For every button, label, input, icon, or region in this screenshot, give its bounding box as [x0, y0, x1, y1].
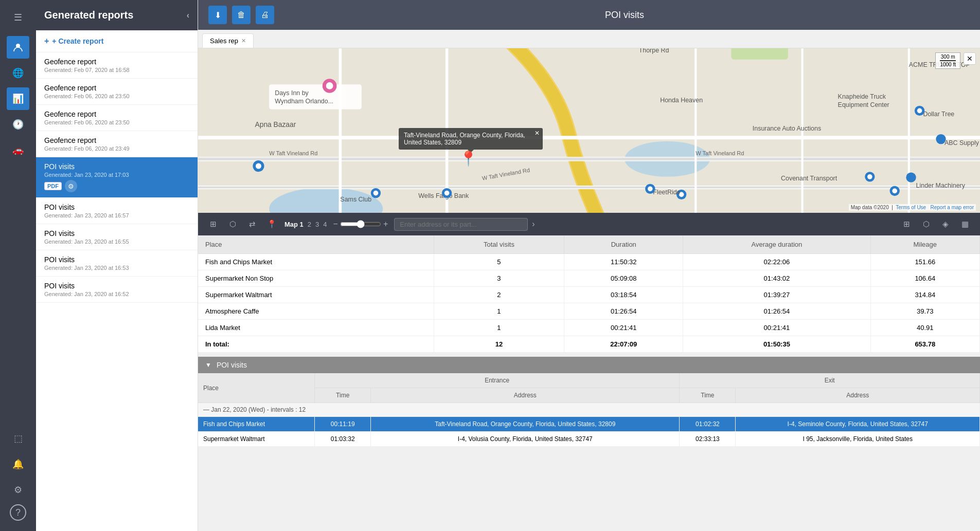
cell-avg-duration: 01:50:35	[683, 336, 870, 353]
cell-duration: 03:18:54	[564, 287, 683, 303]
delete-button[interactable]: 🗑	[232, 6, 251, 24]
detail-sub-header-row: Time Address Time Address	[198, 388, 980, 403]
map-toolbar: ⊞ ⬡ ⇄ 📍 Map 1 2 3 4 − + › ⊞ ⬡ ◈ ▦	[198, 213, 980, 235]
map-tool-share[interactable]: ⇄	[243, 215, 261, 233]
table-row: Fish and Chips Market 5 11:50:32 02:22:0…	[198, 254, 980, 270]
nav-icon-chart[interactable]: 📊	[7, 87, 29, 110]
detail-col-entrance: Entrance	[315, 373, 680, 388]
summary-table: Place Total visits Duration Average dura…	[198, 235, 980, 353]
zoom-in-icon[interactable]: +	[383, 219, 388, 229]
detail-exit-address: I-4, Seminole County, Florida, United St…	[736, 417, 980, 432]
map-page-2[interactable]: 2	[308, 221, 311, 228]
delete-icon: 🗑	[237, 10, 245, 20]
nav-icon-help[interactable]: ?	[10, 504, 26, 521]
cell-avg-duration: 01:39:27	[683, 287, 870, 303]
svg-text:W Taft Vineland Rd: W Taft Vineland Rd	[269, 150, 317, 156]
cell-total-visits: 1	[434, 320, 564, 336]
col-duration: Duration	[564, 235, 683, 254]
report-list-item[interactable]: Geofence reportGenerated: Feb 06, 2020 a…	[36, 105, 198, 131]
report-date: Generated: Jan 23, 2020 at 17:03	[44, 172, 189, 178]
nav-icon-menu[interactable]: ☰	[7, 6, 29, 29]
zoom-out-icon[interactable]: −	[333, 219, 338, 229]
table-row: Lida Market 1 00:21:41 00:21:41 40.91	[198, 320, 980, 336]
report-list-item[interactable]: POI visitsGenerated: Jan 23, 2020 at 16:…	[36, 277, 198, 303]
report-list-item[interactable]: Geofence reportGenerated: Feb 06, 2020 a…	[36, 131, 198, 157]
report-list-item[interactable]: POI visitsGenerated: Jan 23, 2020 at 16:…	[36, 224, 198, 250]
nav-icon-bell[interactable]: 🔔	[7, 453, 29, 475]
map-search-input[interactable]	[394, 218, 528, 231]
map-page-4[interactable]: 4	[323, 221, 327, 228]
report-list-item[interactable]: Geofence reportGenerated: Feb 07, 2020 a…	[36, 52, 198, 79]
nav-icon-settings[interactable]: ⚙	[7, 479, 29, 501]
map-search-submit-icon[interactable]: ›	[532, 219, 534, 229]
cell-avg-duration: 02:22:06	[683, 254, 870, 270]
report-list-item[interactable]: Geofence reportGenerated: Feb 06, 2020 a…	[36, 79, 198, 105]
cell-avg-duration: 01:43:02	[683, 270, 870, 287]
report-date: Generated: Feb 06, 2020 at 23:50	[44, 119, 189, 125]
map-tool-building[interactable]: ⬡	[224, 215, 241, 233]
tooltip-close-icon[interactable]: ✕	[534, 130, 540, 137]
sidebar-title: Generated reports	[44, 9, 133, 21]
cell-avg-duration: 00:21:41	[683, 320, 870, 336]
map-zoom-controls: − +	[333, 219, 388, 229]
detail-entrance-address: Address	[371, 388, 680, 403]
cell-place: Atmosphere Caffe	[198, 303, 434, 320]
detail-place: Fish and Chips Market	[198, 417, 315, 432]
map-right-tool-4[interactable]: ▦	[956, 215, 974, 233]
cell-total-visits: 1	[434, 303, 564, 320]
report-name: POI visits	[44, 282, 189, 290]
cell-total-visits: 2	[434, 287, 564, 303]
sidebar-collapse-btn[interactable]: ‹	[187, 11, 189, 20]
download-button[interactable]: ⬇	[208, 6, 227, 24]
report-list-item[interactable]: POI visitsGenerated: Jan 23, 2020 at 16:…	[36, 250, 198, 277]
tab-sales-rep[interactable]: Sales rep ✕	[202, 33, 254, 48]
detail-date-cell: — Jan 22, 2020 (Wed) - intervals : 12	[198, 403, 980, 417]
map-page-1[interactable]: Map 1	[284, 221, 304, 228]
settings-badge[interactable]: ⚙	[65, 180, 77, 192]
map-attribution: Map data ©2020 | Terms of Use Report a m…	[849, 204, 976, 211]
zoom-slider[interactable]	[340, 220, 381, 228]
svg-point-33	[256, 163, 261, 169]
svg-text:ABC Supply Co., Inc: ABC Supply Co., Inc	[945, 139, 980, 147]
svg-text:Knapheide Truck: Knapheide Truck	[838, 93, 886, 100]
tab-close-icon[interactable]: ✕	[241, 38, 246, 44]
cell-place: Supermarket Non Stop	[198, 270, 434, 287]
svg-text:Linder Machinery: Linder Machinery	[916, 182, 966, 189]
create-report-button[interactable]: + + Create report	[36, 30, 198, 52]
create-report-label: + Create report	[52, 37, 103, 45]
map-tool-pin[interactable]: 📍	[263, 215, 280, 233]
map-tool-layers[interactable]: ⊞	[204, 215, 222, 233]
print-button[interactable]: 🖨	[256, 6, 274, 24]
nav-icon-user[interactable]	[7, 36, 29, 59]
nav-icon-logout[interactable]: ⬚	[7, 427, 29, 450]
report-name: Geofence report	[44, 84, 189, 92]
map-close-button[interactable]: ✕	[964, 52, 976, 65]
map-scale: 300 m 1000 ft	[935, 52, 960, 69]
report-list-item[interactable]: POI visitsGenerated: Jan 23, 2020 at 16:…	[36, 198, 198, 224]
detail-collapse-icon[interactable]: ▼	[205, 361, 211, 369]
scale-1000ft: 1000 ft	[940, 61, 956, 67]
detail-exit-address: I 95, Jacksonville, Florida, United Stat…	[736, 432, 980, 447]
map-right-tool-2[interactable]: ⬡	[917, 215, 935, 233]
report-list-item[interactable]: POI visitsGenerated: Jan 23, 2020 at 17:…	[36, 157, 198, 198]
report-date: Generated: Jan 23, 2020 at 16:57	[44, 212, 189, 218]
svg-text:Honda Heaven: Honda Heaven	[660, 97, 703, 104]
nav-icon-globe[interactable]: 🌐	[7, 62, 29, 84]
map-right-tool-1[interactable]: ⊞	[898, 215, 915, 233]
map-page-3[interactable]: 3	[315, 221, 319, 228]
table-row: Supermarket Waltmart 2 03:18:54 01:39:27…	[198, 287, 980, 303]
svg-point-63	[917, 108, 922, 113]
map-svg: Apna Bazaar Sams Club Wells Fargo Bank H…	[198, 48, 980, 213]
report-actions: PDF ⚙	[44, 180, 189, 192]
nav-icon-vehicle[interactable]: 🚗	[7, 139, 29, 161]
cell-mileage: 40.91	[870, 320, 979, 336]
tab-label: Sales rep	[210, 37, 238, 45]
report-name: Geofence report	[44, 136, 189, 144]
map-location-pin: 📍	[459, 150, 477, 167]
map-container: Apna Bazaar Sams Club Wells Fargo Bank H…	[198, 48, 980, 213]
detail-entrance-address: I-4, Volusia County, Florida, United Sta…	[371, 432, 680, 447]
map-right-tool-3[interactable]: ◈	[937, 215, 954, 233]
nav-icon-clock[interactable]: 🕐	[7, 113, 29, 136]
svg-text:Dollar Tree: Dollar Tree	[923, 111, 954, 118]
col-mileage: Mileage	[870, 235, 979, 254]
